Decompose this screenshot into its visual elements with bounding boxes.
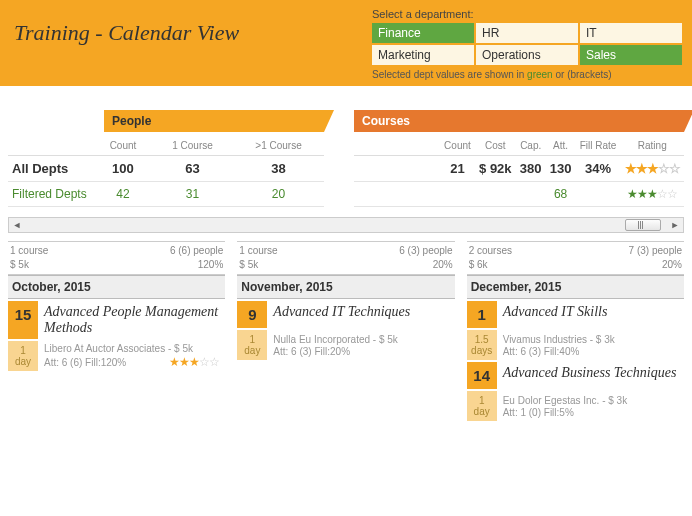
- rating-stars: ★★★☆☆: [621, 182, 684, 207]
- course-duration: 1.5days: [467, 330, 497, 360]
- course-date: 15: [8, 301, 38, 339]
- month-pct: 120%: [198, 259, 224, 270]
- dept-operations[interactable]: Operations: [476, 45, 578, 65]
- course-duration: 1day: [237, 330, 267, 360]
- course-stats: Att: 6 (3) Fill:20%: [273, 346, 350, 357]
- course-item[interactable]: 1 Advanced IT Skills: [467, 301, 684, 328]
- course-meta: 1day Nulla Eu Incorporated - $ 5k Att: 6…: [237, 330, 454, 360]
- course-meta: 1day Eu Dolor Egestas Inc. - $ 3k Att: 1…: [467, 391, 684, 421]
- month-card-december: 2 courses 7 (3) people $ 6k 20% December…: [467, 241, 684, 421]
- people-row-filtered: Filtered Depts 42 31 20: [8, 182, 324, 207]
- header-bar: Training - Calendar View Select a depart…: [0, 0, 692, 86]
- people-card: People Count 1 Course >1 Course All Dept…: [8, 110, 324, 207]
- course-meta: 1day Libero At Auctor Associates - $ 5k …: [8, 341, 225, 371]
- course-title: Advanced IT Skills: [497, 301, 684, 328]
- months-row: 1 course 6 (6) people $ 5k 120% October,…: [0, 241, 692, 429]
- courses-tab: Courses: [354, 110, 684, 132]
- dept-grid: Finance HR IT Marketing Operations Sales: [372, 23, 682, 65]
- courses-row-filtered: 68 ★★★☆☆: [354, 182, 684, 207]
- people-tab: People: [104, 110, 324, 132]
- month-courses: 1 course: [10, 245, 48, 256]
- course-title: Advanced IT Techniques: [267, 301, 454, 328]
- dept-finance[interactable]: Finance: [372, 23, 474, 43]
- course-stats: Att: 6 (3) Fill:40%: [503, 346, 580, 357]
- course-date: 1: [467, 301, 497, 328]
- col-gt1course: >1 Course: [233, 136, 324, 156]
- course-vendor: Vivamus Industries - $ 3k: [503, 334, 678, 345]
- month-cost: $ 5k: [239, 259, 258, 270]
- month-cost: $ 5k: [10, 259, 29, 270]
- dept-sales[interactable]: Sales: [580, 45, 682, 65]
- courses-card: Courses Count Cost Cap. Att. Fill Rate R…: [354, 110, 684, 207]
- month-header: November, 2015: [237, 275, 454, 299]
- dept-label: Select a department:: [372, 8, 682, 20]
- col-1course: 1 Course: [152, 136, 233, 156]
- stats-row: People Count 1 Course >1 Course All Dept…: [0, 86, 692, 211]
- course-vendor: Eu Dolor Egestas Inc. - $ 3k: [503, 395, 678, 406]
- month-header: December, 2015: [467, 275, 684, 299]
- scroll-right-arrow[interactable]: ►: [667, 218, 683, 232]
- course-date: 14: [467, 362, 497, 389]
- rating-stars: ★★★☆☆: [621, 156, 684, 182]
- month-cost: $ 6k: [469, 259, 488, 270]
- col-count: Count: [94, 136, 152, 156]
- month-people: 6 (6) people: [170, 245, 223, 256]
- course-rating: ★★★☆☆: [169, 355, 219, 369]
- month-courses: 2 courses: [469, 245, 512, 256]
- month-people: 7 (3) people: [629, 245, 682, 256]
- course-item[interactable]: 14 Advanced Business Techniques: [467, 362, 684, 389]
- course-title: Advanced Business Techniques: [497, 362, 684, 389]
- col-count: Count: [440, 136, 475, 156]
- course-meta: 1.5days Vivamus Industries - $ 3k Att: 6…: [467, 330, 684, 360]
- month-card-november: 1 course 6 (3) people $ 5k 20% November,…: [237, 241, 454, 421]
- course-vendor: Nulla Eu Incorporated - $ 5k: [273, 334, 448, 345]
- month-pct: 20%: [662, 259, 682, 270]
- scroll-thumb[interactable]: [625, 219, 661, 231]
- col-att: Att.: [546, 136, 576, 156]
- scroll-track[interactable]: [25, 218, 667, 232]
- course-item[interactable]: 15 Advanced People Management Methods: [8, 301, 225, 339]
- dept-it[interactable]: IT: [580, 23, 682, 43]
- scroll-left-arrow[interactable]: ◄: [9, 218, 25, 232]
- col-rating: Rating: [621, 136, 684, 156]
- col-cap: Cap.: [516, 136, 546, 156]
- courses-table: Count Cost Cap. Att. Fill Rate Rating 21…: [354, 136, 684, 207]
- course-title: Advanced People Management Methods: [38, 301, 225, 339]
- course-stats: Att: 6 (6) Fill:120%: [44, 357, 126, 368]
- course-date: 9: [237, 301, 267, 328]
- department-filter: Select a department: Finance HR IT Marke…: [372, 8, 682, 80]
- course-item[interactable]: 9 Advanced IT Techniques: [237, 301, 454, 328]
- people-table: Count 1 Course >1 Course All Depts 100 6…: [8, 136, 324, 207]
- month-card-october: 1 course 6 (6) people $ 5k 120% October,…: [8, 241, 225, 421]
- course-duration: 1day: [467, 391, 497, 421]
- people-row-all: All Depts 100 63 38: [8, 156, 324, 182]
- courses-row-all: 21 $ 92k 380 130 34% ★★★☆☆: [354, 156, 684, 182]
- col-fill: Fill Rate: [576, 136, 621, 156]
- month-courses: 1 course: [239, 245, 277, 256]
- month-pct: 20%: [433, 259, 453, 270]
- course-duration: 1day: [8, 341, 38, 371]
- dept-note: Selected dept values are shown in green …: [372, 69, 682, 80]
- course-vendor: Libero At Auctor Associates - $ 5k: [44, 343, 219, 354]
- col-cost: Cost: [475, 136, 516, 156]
- course-stats: Att: 1 (0) Fill:5%: [503, 407, 574, 418]
- month-header: October, 2015: [8, 275, 225, 299]
- page-title: Training - Calendar View: [10, 8, 372, 80]
- horizontal-scrollbar[interactable]: ◄ ►: [8, 217, 684, 233]
- dept-marketing[interactable]: Marketing: [372, 45, 474, 65]
- month-people: 6 (3) people: [399, 245, 452, 256]
- dept-hr[interactable]: HR: [476, 23, 578, 43]
